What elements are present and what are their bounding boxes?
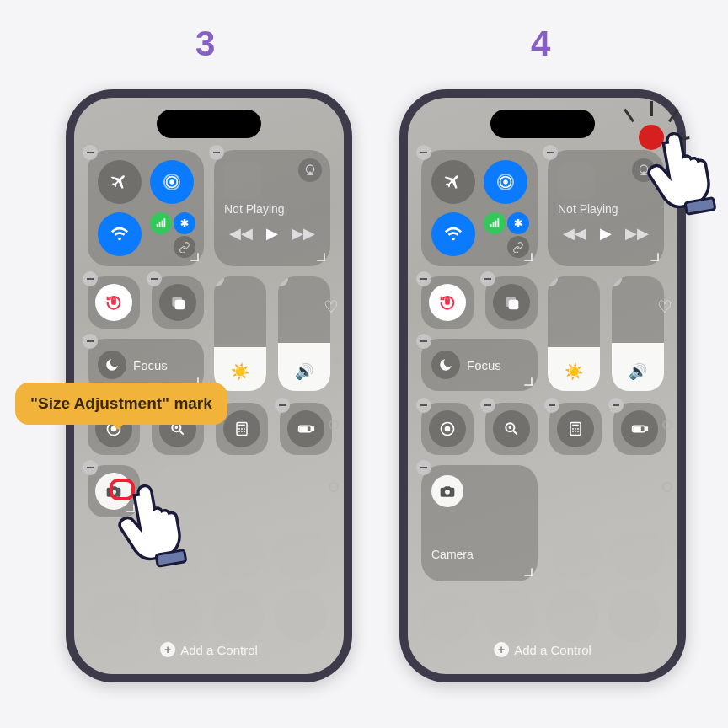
add-control-button[interactable]: + Add a Control — [494, 642, 592, 657]
page-indicator[interactable] — [329, 482, 339, 492]
airplane-icon[interactable] — [431, 160, 475, 204]
remove-badge[interactable] — [612, 276, 622, 286]
remove-badge[interactable] — [209, 145, 224, 160]
wifi-icon[interactable] — [431, 212, 475, 256]
add-control-button[interactable]: + Add a Control — [160, 642, 258, 657]
empty-slot[interactable] — [608, 590, 661, 642]
brightness-slider[interactable]: ☀️ — [548, 276, 600, 391]
remove-badge[interactable] — [214, 276, 224, 286]
rotation-lock-tile[interactable] — [421, 276, 474, 329]
resize-handle[interactable] — [521, 374, 534, 388]
bluetooth-icon[interactable]: ✱ — [507, 212, 529, 234]
resize-handle[interactable] — [187, 249, 201, 263]
rotation-lock-tile[interactable] — [88, 276, 140, 329]
audio-output-icon[interactable]: ››› — [334, 354, 340, 367]
bluetooth-icon[interactable]: ✱ — [174, 212, 195, 234]
empty-slot[interactable] — [212, 527, 265, 580]
remove-badge[interactable] — [480, 398, 495, 413]
wifi-icon[interactable] — [98, 212, 142, 256]
remove-badge[interactable] — [278, 276, 288, 286]
page-indicator[interactable] — [662, 482, 672, 492]
remove-badge[interactable] — [416, 145, 431, 160]
volume-icon: 🔊 — [629, 362, 647, 381]
brightness-slider[interactable]: ☀️ — [214, 276, 266, 391]
remove-badge[interactable] — [83, 145, 98, 160]
magnifier-tile[interactable] — [485, 403, 538, 455]
airdrop-icon[interactable] — [150, 160, 194, 204]
empty-slot[interactable] — [484, 590, 536, 642]
svg-rect-50 — [645, 427, 647, 431]
cellular-icon[interactable] — [484, 212, 506, 234]
audio-output-icon[interactable]: ››› — [667, 354, 674, 367]
remove-badge[interactable] — [480, 271, 495, 286]
low-power-tile[interactable] — [613, 403, 666, 455]
airdrop-icon[interactable] — [484, 160, 527, 204]
page-indicator[interactable] — [662, 420, 672, 430]
svg-rect-51 — [634, 427, 640, 431]
heart-icon[interactable]: ♡ — [324, 297, 339, 317]
svg-point-47 — [575, 431, 576, 432]
media-play-icon[interactable]: ▶ — [600, 224, 612, 243]
moon-icon — [98, 351, 126, 379]
airplane-icon[interactable] — [98, 160, 142, 204]
remove-badge[interactable] — [544, 398, 559, 413]
connectivity-group[interactable]: ✱ — [88, 150, 204, 266]
empty-slot[interactable] — [275, 590, 327, 642]
media-rewind-icon[interactable]: ◀◀ — [229, 224, 253, 243]
media-play-icon[interactable]: ▶ — [266, 224, 278, 243]
airplay-icon[interactable] — [298, 158, 322, 182]
resize-handle[interactable] — [521, 565, 534, 578]
empty-slot[interactable] — [421, 590, 474, 642]
media-forward-icon[interactable]: ▶▶ — [292, 224, 315, 243]
remove-badge[interactable] — [608, 398, 624, 413]
remove-badge[interactable] — [416, 398, 431, 413]
empty-slot[interactable] — [88, 590, 140, 642]
remove-badge[interactable] — [548, 276, 558, 286]
heart-icon[interactable]: ♡ — [657, 297, 672, 317]
remove-badge[interactable] — [83, 334, 98, 349]
empty-slot[interactable] — [546, 590, 598, 642]
empty-slot[interactable] — [150, 590, 202, 642]
resize-handle[interactable] — [313, 249, 327, 263]
svg-rect-10 — [175, 300, 185, 310]
media-controls[interactable]: Not Playing ◀◀ ▶ ▶▶ — [214, 150, 330, 266]
focus-tile[interactable]: Focus — [421, 339, 538, 391]
empty-slot[interactable] — [276, 465, 329, 517]
empty-slot[interactable] — [549, 465, 602, 517]
remove-badge[interactable] — [416, 334, 431, 349]
moon-icon — [431, 351, 460, 379]
svg-rect-4 — [159, 222, 161, 228]
empty-slot[interactable] — [549, 527, 602, 580]
remove-badge[interactable] — [543, 145, 558, 160]
volume-slider[interactable]: 🔊 — [612, 276, 664, 391]
remove-badge[interactable] — [275, 398, 290, 413]
svg-point-17 — [241, 428, 243, 430]
remove-badge[interactable] — [416, 460, 431, 475]
screen-mirroring-tile[interactable] — [485, 276, 538, 329]
cellular-icon[interactable] — [150, 212, 172, 234]
screen-mirroring-tile[interactable] — [152, 276, 204, 329]
remove-badge[interactable] — [416, 271, 431, 286]
empty-slot[interactable] — [212, 590, 265, 642]
page-indicator[interactable] — [329, 420, 339, 430]
svg-point-48 — [577, 431, 579, 432]
remove-badge[interactable] — [147, 271, 162, 286]
empty-slot[interactable] — [612, 527, 664, 580]
resize-handle[interactable] — [647, 249, 661, 263]
svg-point-21 — [244, 431, 245, 432]
volume-slider[interactable]: 🔊 — [278, 276, 330, 391]
camera-tile-large[interactable]: Camera — [421, 465, 538, 581]
empty-slot[interactable] — [612, 465, 664, 517]
camera-label: Camera — [431, 548, 527, 561]
low-power-tile[interactable] — [280, 403, 332, 455]
remove-badge[interactable] — [83, 460, 98, 475]
remove-badge[interactable] — [83, 271, 98, 286]
empty-slot[interactable] — [214, 465, 266, 517]
connectivity-group[interactable]: ✱ — [421, 150, 538, 266]
empty-slot[interactable] — [275, 527, 327, 580]
calculator-tile[interactable] — [549, 403, 602, 455]
resize-handle[interactable] — [521, 249, 534, 263]
screen-record-tile[interactable] — [421, 403, 474, 455]
media-rewind-icon[interactable]: ◀◀ — [563, 224, 586, 243]
svg-rect-33 — [498, 218, 500, 228]
